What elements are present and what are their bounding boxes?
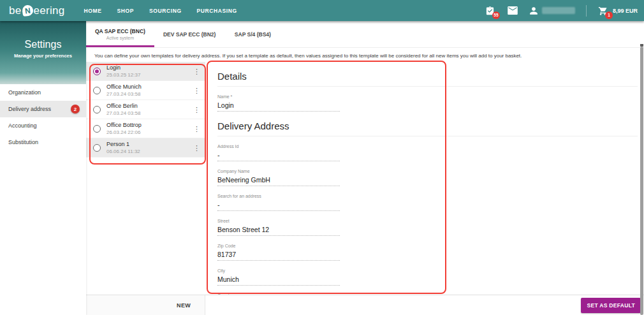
logo-text-prefix: be — [9, 4, 22, 17]
address-date: 27.03.24 03:58 — [106, 91, 142, 97]
sidebar-item-organization[interactable]: Organization — [0, 84, 86, 101]
nav-item-purchasing[interactable]: PURCHASING — [189, 0, 245, 22]
delivery-address-heading: Delivery Address — [217, 121, 638, 136]
field-address-search: Search for an address - — [217, 194, 340, 211]
tab-qa-sap-ecc-bnc[interactable]: QA SAP ECC (BNC) Active system — [86, 21, 154, 47]
sidebar-item-accounting[interactable]: Accounting — [0, 117, 86, 134]
radio-icon[interactable] — [93, 106, 101, 114]
details-footer: SET AS DEFAULT — [205, 295, 644, 315]
footer-bar: NEW SET AS DEFAULT — [86, 295, 644, 315]
field-street: Street Benson Street 12 — [217, 219, 340, 236]
messages-button[interactable] — [507, 5, 518, 17]
list-footer: NEW — [86, 295, 205, 315]
navbar-actions: 55 1 8,99 EUR — [485, 5, 638, 17]
cart-button[interactable]: 1 8,99 EUR — [597, 5, 638, 17]
row-menu-icon[interactable]: ⋮ — [193, 145, 200, 151]
logo[interactable]: be N eering — [9, 4, 65, 17]
field-address-id: Address Id - — [217, 144, 340, 161]
field-label: Address Id — [217, 144, 340, 149]
navbar-divider — [586, 5, 587, 17]
field-label: Search for an address — [217, 194, 340, 198]
nav-item-home[interactable]: HOME — [77, 0, 110, 22]
address-date: 27.03.24 03:58 — [106, 110, 140, 116]
name-input[interactable]: Login — [217, 101, 340, 112]
sidebar-item-label: Accounting — [8, 122, 37, 129]
city-input[interactable]: Munich — [217, 275, 340, 286]
field-company-name: Company Name BeNeering GmbH — [217, 169, 340, 186]
nav-item-shop[interactable]: SHOP — [109, 0, 142, 22]
row-menu-icon[interactable]: ⋮ — [193, 87, 200, 94]
field-city: City Munich — [217, 268, 340, 286]
tab-label: SAP S/4 (BS4) — [235, 31, 271, 38]
address-name: Office Berlin — [106, 103, 140, 109]
settings-sidebar: Settings Manage your preferences Organiz… — [0, 21, 86, 315]
radio-icon[interactable] — [93, 87, 101, 94]
top-navbar: be N eering HOME SHOP SOURCING PURCHASIN… — [0, 0, 644, 21]
address-date: 06.06.24 11:32 — [106, 149, 140, 154]
field-label: Zip Code — [217, 244, 340, 248]
tab-label: QA SAP ECC (BNC) — [95, 28, 145, 34]
field-label: Street — [217, 219, 340, 223]
address-row-login[interactable]: Login 25.03.25 12:37 ⋮ — [86, 62, 205, 81]
field-label: Name * — [217, 94, 340, 99]
tab-label: DEV SAP ECC (BN2) — [163, 31, 216, 38]
cart-count-badge: 1 — [605, 11, 613, 19]
set-as-default-button[interactable]: SET AS DEFAULT — [581, 298, 641, 313]
person-icon — [529, 6, 538, 15]
address-name: Login — [106, 64, 140, 71]
address-row-office-berlin[interactable]: Office Berlin 27.03.24 03:58 ⋮ — [86, 100, 205, 119]
row-menu-icon[interactable]: ⋮ — [193, 106, 200, 113]
tasks-button[interactable]: 55 — [485, 5, 496, 17]
new-template-button[interactable]: NEW — [177, 302, 191, 309]
row-menu-icon[interactable]: ⋮ — [193, 68, 200, 75]
tab-sublabel: Active system — [106, 36, 134, 40]
radio-icon[interactable] — [93, 144, 101, 152]
address-row-person-1[interactable]: Person 1 06.06.24 11:32 ⋮ — [86, 138, 205, 158]
page-subtitle: Manage your preferences — [0, 53, 86, 59]
address-row-office-bottrop[interactable]: Office Bottrop 26.03.24 22:06 ⋮ — [86, 119, 205, 138]
nav-item-sourcing[interactable]: SOURCING — [142, 0, 189, 22]
address-date: 25.03.25 12:37 — [106, 72, 140, 78]
main-nav: HOME SHOP SOURCING PURCHASING — [77, 0, 245, 22]
info-text: You can define your own templates for de… — [86, 48, 644, 62]
sidebar-item-label: Delivery address — [8, 106, 51, 112]
settings-page: be N eering HOME SHOP SOURCING PURCHASIN… — [0, 0, 644, 315]
row-menu-icon[interactable]: ⋮ — [193, 126, 200, 132]
system-tabs: QA SAP ECC (BNC) Active system DEV SAP E… — [86, 21, 644, 48]
address-row-office-munich[interactable]: Office Munich 27.03.24 03:58 ⋮ — [86, 81, 205, 100]
vertical-scrollbar[interactable] — [640, 47, 643, 315]
tab-sap-s4-bs4[interactable]: SAP S/4 (BS4) — [224, 21, 281, 47]
company-name-input[interactable]: BeNeering GmbH — [217, 176, 340, 186]
address-search-input[interactable]: - — [217, 201, 340, 211]
street-input[interactable]: Benson Street 12 — [217, 226, 340, 236]
details-heading: Details — [217, 71, 638, 87]
address-template-list: Login 25.03.25 12:37 ⋮ Office Munich 27.… — [86, 62, 205, 295]
cart-icon-wrap: 1 — [597, 5, 609, 17]
zip-code-input[interactable]: 81737 — [217, 251, 340, 261]
envelope-icon — [508, 6, 518, 15]
tab-dev-sap-ecc-bn2[interactable]: DEV SAP ECC (BN2) — [154, 21, 225, 47]
tasks-count-badge: 55 — [492, 11, 500, 19]
address-id-input[interactable]: - — [217, 151, 340, 161]
main-panel: QA SAP ECC (BNC) Active system DEV SAP E… — [86, 21, 644, 315]
sidebar-item-label: Organization — [8, 89, 41, 96]
address-name: Office Bottrop — [106, 122, 142, 128]
sidebar-item-substitution[interactable]: Substitution — [0, 134, 86, 150]
address-date: 26.03.24 22:06 — [106, 129, 142, 135]
sidebar-header: Settings Manage your preferences — [0, 21, 86, 84]
template-details-panel: Details Name * Login Delivery Address Ad… — [205, 62, 644, 295]
logo-n-icon: N — [21, 4, 33, 17]
radio-icon[interactable] — [93, 125, 101, 133]
logo-text-suffix: eering — [34, 4, 65, 17]
delivery-address-content: Login 25.03.25 12:37 ⋮ Office Munich 27.… — [86, 62, 644, 295]
user-account[interactable] — [529, 6, 575, 15]
username-redacted — [542, 7, 575, 14]
cart-total: 8,99 EUR — [613, 8, 638, 14]
address-name: Person 1 — [106, 141, 140, 147]
delivery-address-count-badge: 2 — [71, 105, 80, 114]
field-label: City — [217, 268, 340, 273]
field-name: Name * Login — [217, 94, 340, 112]
sidebar-item-label: Substitution — [8, 139, 38, 145]
radio-selected-icon[interactable] — [93, 68, 101, 75]
sidebar-item-delivery-address[interactable]: Delivery address 2 — [0, 101, 86, 117]
